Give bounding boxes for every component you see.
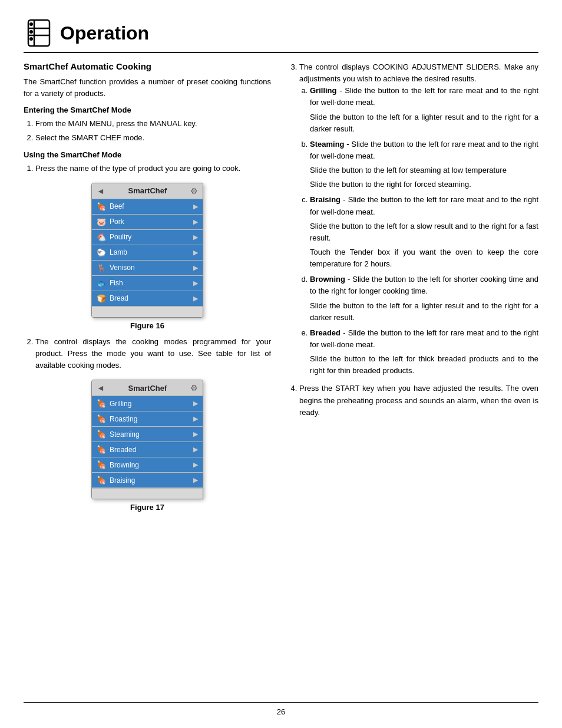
sub-item-e-label: Breaded - Slide the button to the left f…: [310, 328, 538, 349]
sc1-item-left-3: 🐑 Lamb: [97, 248, 127, 257]
sc2-item-icon-3: 🍖: [97, 445, 106, 454]
page-title: Operation: [60, 22, 149, 44]
sub-items-list: Grilling - Slide the button to the left …: [310, 85, 538, 377]
sc1-footer: [92, 307, 203, 317]
sc2-item-label-0: Grilling: [110, 400, 131, 408]
sub-item-c-extra2: Touch the Tender box if you want the ove…: [310, 246, 538, 270]
sub-item-a-extra: Slide the button to the left for a light…: [310, 111, 538, 135]
sc2-item-label-3: Breaded: [110, 446, 136, 454]
sc2-item-icon-0: 🍖: [97, 399, 106, 408]
sc1-item-icon-2: 🐔: [97, 233, 106, 242]
sc1-item-arrow-0: ▶: [193, 203, 198, 210]
right-step-4: Press the START key when you have adjust…: [299, 383, 538, 418]
entering-step-2: Select the SMART CHEF mode.: [35, 132, 271, 144]
sc1-item-left-0: 🍖 Beef: [97, 202, 124, 211]
sc1-item-bread[interactable]: 🍞 Bread ▶: [92, 291, 203, 307]
sc2-item-browning[interactable]: 🍖 Browning ▶: [92, 457, 203, 473]
sc1-back-btn[interactable]: ◄: [97, 186, 105, 196]
sc2-item-arrow-0: ▶: [193, 400, 198, 407]
sc1-item-arrow-3: ▶: [193, 249, 198, 256]
sc1-item-label-5: Fish: [110, 279, 123, 287]
sc1-item-arrow-1: ▶: [193, 218, 198, 226]
sc2-item-left-0: 🍖 Grilling: [97, 399, 131, 408]
using-step-1: Press the name of the type of product yo…: [35, 163, 271, 174]
sc1-item-icon-0: 🍖: [97, 202, 106, 211]
sc1-item-venison[interactable]: 🦌 Venison ▶: [92, 261, 203, 276]
sc1-item-lamb[interactable]: 🐑 Lamb ▶: [92, 245, 203, 261]
sub-item-c-label: Braising - Slide the button to the left …: [310, 195, 538, 216]
sc2-item-label-4: Browning: [110, 461, 139, 469]
left-column: SmartChef Automatic Cooking The SmartChe…: [24, 61, 271, 518]
sc2-back-btn[interactable]: ◄: [97, 383, 105, 393]
sc1-item-pork[interactable]: 🐷 Pork ▶: [92, 215, 203, 230]
svg-point-6: [29, 37, 33, 41]
sub-item-b-extra2: Slide the button to the right for forced…: [310, 179, 538, 190]
sc2-item-label-1: Roasting: [110, 415, 137, 423]
figure-17-container: ◄ SmartChef ⚙ 🍖 Grilling ▶ 🍖 Roasting ▶ …: [24, 380, 271, 512]
right-step-3: The control displays COOKING ADJUSTMENT …: [299, 61, 538, 377]
sc1-item-label-1: Pork: [110, 218, 124, 226]
sc1-item-icon-6: 🍞: [97, 294, 106, 303]
sc2-item-label-2: Steaming: [110, 430, 140, 439]
sc2-item-label-5: Braising: [110, 476, 135, 485]
sc1-item-beef[interactable]: 🍖 Beef ▶: [92, 199, 203, 215]
figure-16-container: ◄ SmartChef ⚙ 🍖 Beef ▶ 🐷 Pork ▶ 🐔 Poultr…: [24, 183, 271, 330]
entering-title: Entering the SmartChef Mode: [24, 106, 271, 114]
sub-item-a-label: Grilling - Slide the button to the left …: [310, 86, 538, 107]
sc2-item-left-1: 🍖 Roasting: [97, 414, 137, 423]
sc1-item-icon-5: 🐟: [97, 279, 106, 288]
sc1-item-icon-1: 🐷: [97, 218, 106, 226]
sc2-gear-icon[interactable]: ⚙: [190, 383, 198, 393]
sub-item-c-extra1: Slide the button to the left for a slow …: [310, 220, 538, 244]
sc1-item-poultry[interactable]: 🐔 Poultry ▶: [92, 230, 203, 245]
sc2-item-roasting[interactable]: 🍖 Roasting ▶: [92, 411, 203, 427]
sc2-item-breaded[interactable]: 🍖 Breaded ▶: [92, 442, 203, 457]
sub-item-b-label: Steaming - Slide the button to the left …: [310, 140, 538, 160]
sc2-item-icon-1: 🍖: [97, 414, 106, 423]
sc2-item-arrow-1: ▶: [193, 415, 198, 423]
sc1-item-left-2: 🐔 Poultry: [97, 233, 131, 242]
entering-step-1: From the MAIN MENU, press the MANUAL key…: [35, 118, 271, 130]
entering-steps-list: From the MAIN MENU, press the MANUAL key…: [35, 118, 271, 144]
intro-text: The SmartChef function provides a number…: [24, 76, 271, 100]
sub-item-a: Grilling - Slide the button to the left …: [310, 85, 538, 135]
sub-item-d-label: Browning - Slide the button to the left …: [310, 275, 538, 295]
main-section-title: SmartChef Automatic Cooking: [24, 61, 271, 71]
sc2-title: SmartChef: [128, 384, 167, 393]
sub-item-e: Breaded - Slide the button to the left f…: [310, 327, 538, 377]
sc1-item-fish[interactable]: 🐟 Fish ▶: [92, 276, 203, 291]
using-step-2: The control displays the cooking modes p…: [35, 336, 271, 371]
sc1-gear-icon[interactable]: ⚙: [190, 186, 198, 196]
sc1-item-arrow-4: ▶: [193, 264, 198, 272]
sub-item-e-extra: Slide the button to the left for thick b…: [310, 353, 538, 377]
sc1-item-left-1: 🐷 Pork: [97, 218, 124, 226]
smartchef-ui-2: ◄ SmartChef ⚙ 🍖 Grilling ▶ 🍖 Roasting ▶ …: [91, 380, 203, 499]
page-footer: 26: [24, 702, 538, 716]
sc2-item-left-3: 🍖 Breaded: [97, 445, 136, 454]
sc2-item-arrow-4: ▶: [193, 461, 198, 469]
using-title: Using the SmartChef Mode: [24, 150, 271, 159]
using-steps-list-2: The control displays the cooking modes p…: [35, 336, 271, 371]
sc1-item-label-2: Poultry: [110, 233, 131, 241]
sc2-item-left-4: 🍖 Browning: [97, 460, 139, 469]
sc2-item-grilling[interactable]: 🍖 Grilling ▶: [92, 396, 203, 411]
sc1-item-label-4: Venison: [110, 263, 135, 272]
sc2-item-icon-2: 🍖: [97, 430, 106, 439]
sc1-items: 🍖 Beef ▶ 🐷 Pork ▶ 🐔 Poultry ▶ 🐑 Lamb ▶: [92, 199, 203, 317]
sc2-item-icon-5: 🍖: [97, 476, 106, 485]
page-content: SmartChef Automatic Cooking The SmartChe…: [24, 61, 538, 518]
figure-16-caption: Figure 16: [130, 321, 164, 330]
chef-icon: [24, 18, 54, 48]
sc2-item-steaming[interactable]: 🍖 Steaming ▶: [92, 427, 203, 442]
sc1-item-label-3: Lamb: [110, 248, 127, 256]
sc2-footer: [92, 488, 203, 499]
sc1-item-arrow-2: ▶: [193, 233, 198, 241]
sc1-title: SmartChef: [128, 186, 167, 195]
step3-text: The control displays COOKING ADJUSTMENT …: [299, 62, 538, 83]
sc2-item-braising[interactable]: 🍖 Braising ▶: [92, 473, 203, 488]
sc2-item-arrow-2: ▶: [193, 430, 198, 438]
figure-17-caption: Figure 17: [130, 503, 164, 512]
sc1-item-label-0: Beef: [110, 202, 124, 210]
right-column: The control displays COOKING ADJUSTMENT …: [289, 61, 538, 518]
sc2-item-left-2: 🍖 Steaming: [97, 430, 140, 439]
